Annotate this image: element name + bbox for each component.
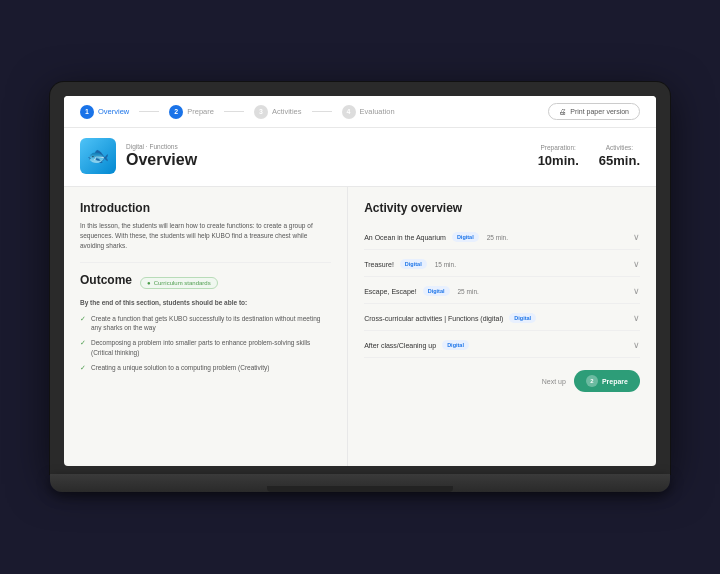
step-separator-3 (312, 111, 332, 112)
top-navigation: 1 Overview 2 Prepare (64, 96, 656, 128)
activity-badge-1: Digital (452, 232, 479, 242)
course-icon: 🐟 (80, 138, 116, 174)
step-label-overview: Overview (98, 107, 129, 116)
prepare-button[interactable]: 2 Prepare (574, 370, 640, 392)
step-separator-1 (139, 111, 159, 112)
outcome-header: Outcome ● Curriculum standards (80, 273, 331, 293)
laptop-screen: 1 Overview 2 Prepare (64, 96, 656, 466)
step-label-activities: Activities (272, 107, 302, 116)
outcome-list: ✓ Create a function that gets KUBO succe… (80, 314, 331, 372)
print-icon: 🖨 (559, 108, 566, 115)
laptop-container: 1 Overview 2 Prepare (50, 82, 670, 492)
activity-item-3[interactable]: Escape, Escape! Digital 25 min. ∨ (364, 279, 640, 304)
check-icon-1: ✓ (80, 314, 86, 324)
activity-duration-3: 25 min. (458, 288, 479, 295)
activity-badge-4: Digital (509, 313, 536, 323)
next-up-bar: Next up 2 Prepare (364, 370, 640, 392)
outcome-item-2: ✓ Decomposing a problem into smaller par… (80, 338, 331, 356)
stat-preparation: Preparation: 10min. (538, 144, 579, 168)
outcome-text-2: Decomposing a problem into smaller parts… (91, 338, 331, 356)
outcome-text-1: Create a function that gets KUBO success… (91, 314, 331, 332)
header-left: 🐟 Digital · Functions Overview (80, 138, 197, 174)
step-label-prepare: Prepare (187, 107, 214, 116)
main-content: Introduction In this lesson, the student… (64, 187, 656, 466)
header-stats: Preparation: 10min. Activities: 65min. (538, 144, 640, 168)
header-text: Digital · Functions Overview (126, 143, 197, 169)
activity-duration-2: 15 min. (435, 261, 456, 268)
prepare-btn-label: Prepare (602, 378, 628, 385)
activity-duration-1: 25 min. (487, 234, 508, 241)
activity-item-2[interactable]: Treasure! Digital 15 min. ∨ (364, 252, 640, 277)
nav-step-overview[interactable]: 1 Overview (80, 105, 129, 119)
app-container: 1 Overview 2 Prepare (64, 96, 656, 466)
activity-badge-3: Digital (423, 286, 450, 296)
header-subtitle: Digital · Functions (126, 143, 197, 150)
outcome-intro: By the end of this section, students sho… (80, 299, 331, 306)
activity-name-2: Treasure! (364, 261, 394, 268)
check-icon-3: ✓ (80, 363, 86, 373)
activity-name-4: Cross-curricular activities | Functions … (364, 315, 503, 322)
nav-step-prepare[interactable]: 2 Prepare (169, 105, 214, 119)
outcome-text-3: Creating a unique solution to a computin… (91, 363, 269, 372)
stat-activities: Activities: 65min. (599, 144, 640, 168)
activity-item-1[interactable]: An Ocean in the Aquarium Digital 25 min.… (364, 225, 640, 250)
step-separator-2 (224, 111, 244, 112)
preparation-value: 10min. (538, 153, 579, 168)
curriculum-label: Curriculum standards (154, 280, 211, 286)
outcome-item-1: ✓ Create a function that gets KUBO succe… (80, 314, 331, 332)
next-up-label: Next up (542, 378, 566, 385)
outcome-item-3: ✓ Creating a unique solution to a comput… (80, 363, 331, 373)
print-label: Print paper version (570, 108, 629, 115)
chevron-icon-5: ∨ (633, 340, 640, 350)
right-panel: Activity overview An Ocean in the Aquari… (348, 187, 656, 466)
activity-overview-title: Activity overview (364, 201, 640, 215)
step-circle-3: 3 (254, 105, 268, 119)
nav-steps: 1 Overview 2 Prepare (80, 105, 395, 119)
activity-item-5[interactable]: After class/Cleaning up Digital ∨ (364, 333, 640, 358)
print-button[interactable]: 🖨 Print paper version (548, 103, 640, 120)
activity-list: An Ocean in the Aquarium Digital 25 min.… (364, 225, 640, 358)
step-circle-4: 4 (342, 105, 356, 119)
fish-icon: 🐟 (87, 145, 109, 167)
section-divider (80, 262, 331, 263)
prepare-btn-icon: 2 (586, 375, 598, 387)
introduction-text: In this lesson, the students will learn … (80, 221, 331, 250)
preparation-label: Preparation: (538, 144, 579, 151)
page-header: 🐟 Digital · Functions Overview Preparati… (64, 128, 656, 187)
chevron-icon-2: ∨ (633, 259, 640, 269)
nav-step-evaluation[interactable]: 4 Evaluation (342, 105, 395, 119)
screen-bezel: 1 Overview 2 Prepare (50, 82, 670, 474)
chevron-icon-4: ∨ (633, 313, 640, 323)
activity-badge-5: Digital (442, 340, 469, 350)
chevron-icon-3: ∨ (633, 286, 640, 296)
introduction-title: Introduction (80, 201, 331, 215)
curriculum-badge[interactable]: ● Curriculum standards (140, 277, 218, 289)
chevron-icon-1: ∨ (633, 232, 640, 242)
activity-name-3: Escape, Escape! (364, 288, 417, 295)
activities-value: 65min. (599, 153, 640, 168)
step-circle-2: 2 (169, 105, 183, 119)
laptop-base (50, 474, 670, 492)
nav-step-activities[interactable]: 3 Activities (254, 105, 302, 119)
check-icon-2: ✓ (80, 338, 86, 348)
curriculum-icon: ● (147, 280, 151, 286)
step-circle-1: 1 (80, 105, 94, 119)
activity-name-1: An Ocean in the Aquarium (364, 234, 446, 241)
activity-badge-2: Digital (400, 259, 427, 269)
left-panel: Introduction In this lesson, the student… (64, 187, 348, 466)
activity-name-5: After class/Cleaning up (364, 342, 436, 349)
page-title: Overview (126, 151, 197, 169)
activities-label: Activities: (599, 144, 640, 151)
outcome-title: Outcome (80, 273, 132, 287)
step-label-evaluation: Evaluation (360, 107, 395, 116)
activity-item-4[interactable]: Cross-curricular activities | Functions … (364, 306, 640, 331)
